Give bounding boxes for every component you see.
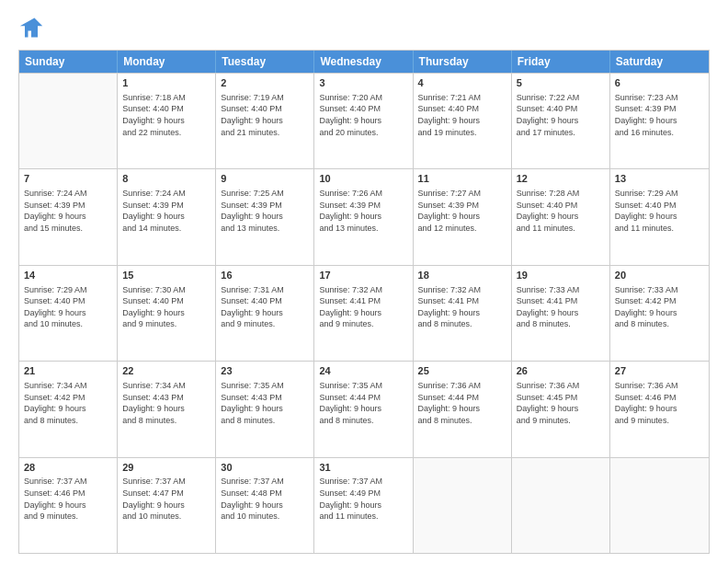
day-cell-16: 16Sunrise: 7:31 AM Sunset: 4:40 PM Dayli…	[216, 266, 314, 361]
calendar-row-1: 7Sunrise: 7:24 AM Sunset: 4:39 PM Daylig…	[19, 168, 709, 264]
calendar-grid: SundayMondayTuesdayWednesdayThursdayFrid…	[18, 50, 710, 554]
day-info: Sunrise: 7:23 AM Sunset: 4:39 PM Dayligh…	[615, 92, 704, 138]
day-number: 5	[517, 76, 605, 90]
day-info: Sunrise: 7:35 AM Sunset: 4:43 PM Dayligh…	[221, 380, 309, 426]
header-cell-thursday: Thursday	[414, 51, 512, 73]
day-number: 27	[615, 364, 704, 378]
day-cell-6: 6Sunrise: 7:23 AM Sunset: 4:39 PM Daylig…	[610, 74, 709, 168]
day-cell-29: 29Sunrise: 7:37 AM Sunset: 4:47 PM Dayli…	[118, 458, 216, 553]
day-info: Sunrise: 7:21 AM Sunset: 4:40 PM Dayligh…	[418, 92, 506, 138]
day-number: 7	[24, 172, 112, 186]
day-cell-26: 26Sunrise: 7:36 AM Sunset: 4:45 PM Dayli…	[512, 362, 610, 456]
day-cell-empty-0-0	[19, 74, 118, 168]
day-info: Sunrise: 7:25 AM Sunset: 4:39 PM Dayligh…	[221, 188, 309, 234]
header-cell-friday: Friday	[512, 51, 610, 73]
day-cell-9: 9Sunrise: 7:25 AM Sunset: 4:39 PM Daylig…	[216, 169, 314, 264]
day-number: 10	[319, 172, 407, 186]
day-cell-13: 13Sunrise: 7:29 AM Sunset: 4:40 PM Dayli…	[610, 169, 709, 264]
day-cell-1: 1Sunrise: 7:18 AM Sunset: 4:40 PM Daylig…	[118, 74, 216, 168]
day-number: 24	[319, 364, 407, 378]
header-cell-wednesday: Wednesday	[314, 51, 413, 73]
day-number: 3	[319, 76, 407, 90]
calendar-row-0: 1Sunrise: 7:18 AM Sunset: 4:40 PM Daylig…	[19, 73, 709, 168]
day-info: Sunrise: 7:37 AM Sunset: 4:47 PM Dayligh…	[122, 476, 210, 522]
day-info: Sunrise: 7:24 AM Sunset: 4:39 PM Dayligh…	[24, 188, 112, 234]
day-number: 8	[122, 172, 210, 186]
svg-marker-0	[20, 18, 43, 38]
day-number: 13	[615, 172, 704, 186]
day-cell-12: 12Sunrise: 7:28 AM Sunset: 4:40 PM Dayli…	[512, 169, 610, 264]
day-number: 29	[122, 461, 210, 475]
day-info: Sunrise: 7:36 AM Sunset: 4:46 PM Dayligh…	[615, 380, 704, 426]
day-number: 11	[418, 172, 506, 186]
day-number: 15	[122, 269, 210, 282]
header-cell-monday: Monday	[118, 51, 216, 73]
day-info: Sunrise: 7:29 AM Sunset: 4:40 PM Dayligh…	[24, 284, 112, 330]
day-info: Sunrise: 7:30 AM Sunset: 4:40 PM Dayligh…	[122, 284, 210, 330]
day-number: 9	[221, 172, 309, 186]
day-cell-empty-4-6	[610, 458, 709, 553]
day-number: 25	[418, 364, 506, 378]
logo	[18, 15, 48, 40]
day-cell-15: 15Sunrise: 7:30 AM Sunset: 4:40 PM Dayli…	[118, 266, 216, 361]
day-info: Sunrise: 7:33 AM Sunset: 4:42 PM Dayligh…	[615, 284, 704, 330]
day-cell-30: 30Sunrise: 7:37 AM Sunset: 4:48 PM Dayli…	[216, 458, 314, 553]
day-info: Sunrise: 7:35 AM Sunset: 4:44 PM Dayligh…	[319, 380, 407, 426]
day-cell-17: 17Sunrise: 7:32 AM Sunset: 4:41 PM Dayli…	[314, 266, 413, 361]
day-number: 6	[615, 76, 704, 90]
day-info: Sunrise: 7:32 AM Sunset: 4:41 PM Dayligh…	[418, 284, 506, 330]
calendar-row-3: 21Sunrise: 7:34 AM Sunset: 4:42 PM Dayli…	[19, 361, 709, 456]
day-cell-7: 7Sunrise: 7:24 AM Sunset: 4:39 PM Daylig…	[19, 169, 118, 264]
day-cell-19: 19Sunrise: 7:33 AM Sunset: 4:41 PM Dayli…	[512, 266, 610, 361]
calendar-header: SundayMondayTuesdayWednesdayThursdayFrid…	[19, 51, 709, 73]
day-info: Sunrise: 7:26 AM Sunset: 4:39 PM Dayligh…	[319, 188, 407, 234]
day-info: Sunrise: 7:31 AM Sunset: 4:40 PM Dayligh…	[221, 284, 309, 330]
day-info: Sunrise: 7:33 AM Sunset: 4:41 PM Dayligh…	[517, 284, 605, 330]
day-number: 31	[319, 461, 407, 475]
logo-icon	[18, 15, 44, 40]
day-info: Sunrise: 7:29 AM Sunset: 4:40 PM Dayligh…	[615, 188, 704, 234]
day-number: 20	[615, 269, 704, 282]
day-number: 2	[221, 76, 309, 90]
day-cell-28: 28Sunrise: 7:37 AM Sunset: 4:46 PM Dayli…	[19, 458, 118, 553]
day-cell-4: 4Sunrise: 7:21 AM Sunset: 4:40 PM Daylig…	[414, 74, 512, 168]
day-info: Sunrise: 7:19 AM Sunset: 4:40 PM Dayligh…	[221, 92, 309, 138]
day-cell-31: 31Sunrise: 7:37 AM Sunset: 4:49 PM Dayli…	[314, 458, 413, 553]
day-cell-14: 14Sunrise: 7:29 AM Sunset: 4:40 PM Dayli…	[19, 266, 118, 361]
day-info: Sunrise: 7:32 AM Sunset: 4:41 PM Dayligh…	[319, 284, 407, 330]
day-info: Sunrise: 7:28 AM Sunset: 4:40 PM Dayligh…	[517, 188, 605, 234]
day-number: 18	[418, 269, 506, 282]
day-number: 28	[24, 461, 112, 475]
day-cell-22: 22Sunrise: 7:34 AM Sunset: 4:43 PM Dayli…	[118, 362, 216, 456]
day-cell-empty-4-4	[414, 458, 512, 553]
day-cell-empty-4-5	[512, 458, 610, 553]
day-cell-11: 11Sunrise: 7:27 AM Sunset: 4:39 PM Dayli…	[414, 169, 512, 264]
day-number: 19	[517, 269, 605, 282]
day-number: 30	[221, 461, 309, 475]
day-info: Sunrise: 7:36 AM Sunset: 4:44 PM Dayligh…	[418, 380, 506, 426]
calendar-row-2: 14Sunrise: 7:29 AM Sunset: 4:40 PM Dayli…	[19, 265, 709, 361]
day-cell-24: 24Sunrise: 7:35 AM Sunset: 4:44 PM Dayli…	[314, 362, 413, 456]
day-number: 12	[517, 172, 605, 186]
day-number: 1	[122, 76, 210, 90]
day-info: Sunrise: 7:34 AM Sunset: 4:43 PM Dayligh…	[122, 380, 210, 426]
day-info: Sunrise: 7:20 AM Sunset: 4:40 PM Dayligh…	[319, 92, 407, 138]
day-number: 23	[221, 364, 309, 378]
day-info: Sunrise: 7:24 AM Sunset: 4:39 PM Dayligh…	[122, 188, 210, 234]
day-info: Sunrise: 7:37 AM Sunset: 4:48 PM Dayligh…	[221, 476, 309, 522]
header-cell-saturday: Saturday	[610, 51, 709, 73]
day-number: 16	[221, 269, 309, 282]
header-cell-tuesday: Tuesday	[216, 51, 314, 73]
day-cell-10: 10Sunrise: 7:26 AM Sunset: 4:39 PM Dayli…	[314, 169, 413, 264]
calendar-page: SundayMondayTuesdayWednesdayThursdayFrid…	[0, 0, 728, 563]
day-info: Sunrise: 7:27 AM Sunset: 4:39 PM Dayligh…	[418, 188, 506, 234]
day-cell-25: 25Sunrise: 7:36 AM Sunset: 4:44 PM Dayli…	[414, 362, 512, 456]
day-cell-21: 21Sunrise: 7:34 AM Sunset: 4:42 PM Dayli…	[19, 362, 118, 456]
day-info: Sunrise: 7:34 AM Sunset: 4:42 PM Dayligh…	[24, 380, 112, 426]
page-header	[18, 15, 710, 40]
day-cell-8: 8Sunrise: 7:24 AM Sunset: 4:39 PM Daylig…	[118, 169, 216, 264]
day-cell-5: 5Sunrise: 7:22 AM Sunset: 4:40 PM Daylig…	[512, 74, 610, 168]
day-number: 4	[418, 76, 506, 90]
day-number: 26	[517, 364, 605, 378]
day-info: Sunrise: 7:37 AM Sunset: 4:49 PM Dayligh…	[319, 476, 407, 522]
